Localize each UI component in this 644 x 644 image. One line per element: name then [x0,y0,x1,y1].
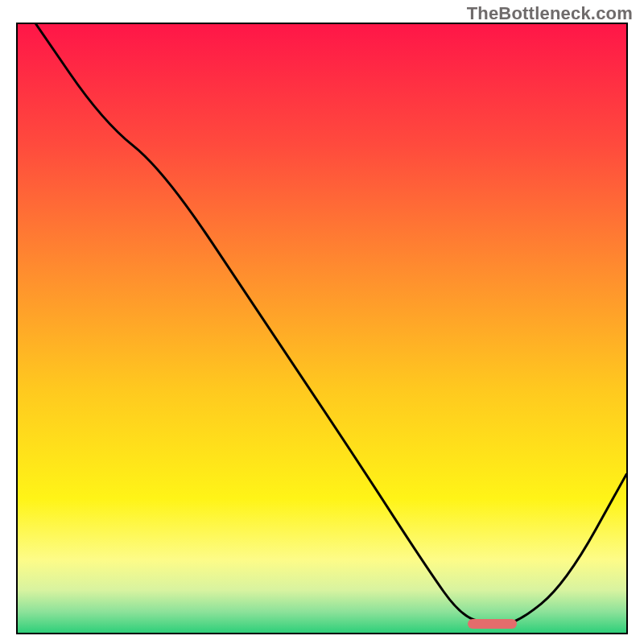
plot-area [16,23,628,634]
optimal-range-marker [468,619,516,629]
chart-container: TheBottleneck.com [0,0,644,644]
watermark-text: TheBottleneck.com [467,3,633,24]
curve-line [18,24,626,633]
